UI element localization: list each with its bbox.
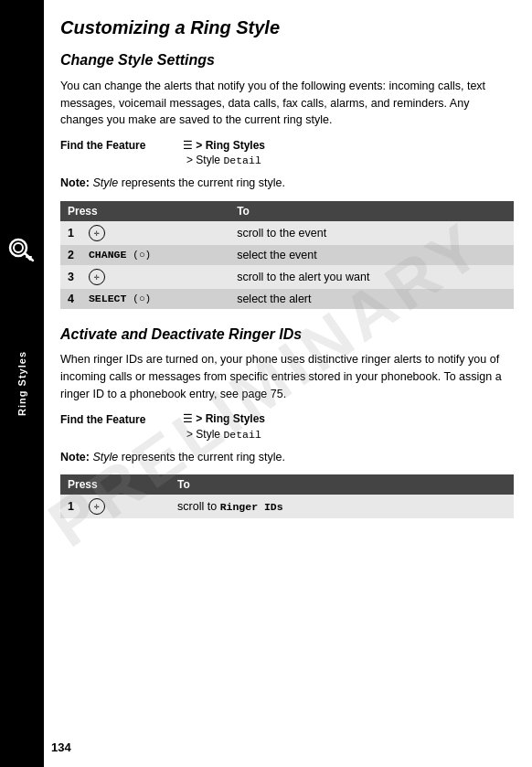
t2-row1-action: scroll to Ringer IDs [170,495,514,518]
row2-num: 2 [60,245,81,265]
table-row: 1 ✛ scroll to the event [60,221,514,245]
table2-col2-header: To [170,474,514,495]
svg-line-3 [28,258,30,260]
row4-num: 4 [60,289,81,309]
nav-key-1: ✛ [89,225,105,241]
section2-title: Activate and Deactivate Ringer IDs [60,325,514,345]
row1-key: ✛ [81,221,229,245]
page-title: Customizing a Ring Style [60,16,514,38]
main-content: Customizing a Ring Style Change Style Se… [44,0,532,767]
table2-col1-header: Press [60,474,170,495]
row2-action: select the event [229,245,514,265]
find-feature-2-label-line: Find the Feature ☰ > Ring Styles [60,412,265,426]
find-feature-2: Find the Feature ☰ > Ring Styles > Style… [60,412,514,441]
page-number: 134 [51,740,71,754]
find-feature-1-label-line: Find the Feature ☰ > Ring Styles [60,138,265,152]
page-wrapper: Ring Styles Customizing a Ring Style Cha… [0,0,532,767]
find-feature-2-menu: ☰ > Ring Styles [183,412,265,425]
find-feature-1-menu: ☰ > Ring Styles [183,139,265,152]
row4-action: select the alert [229,289,514,309]
func-key-change: CHANGE [89,249,126,261]
row3-num: 3 [60,265,81,289]
t2-row1-key: ✛ [81,495,170,518]
find-feature-2-content: Find the Feature ☰ > Ring Styles > Style… [60,412,265,441]
find-feature-1-path2: > Style Detail [186,154,265,166]
note1-prefix: Note: [60,176,90,189]
row3-key: ✛ [81,265,229,289]
section2-body: When ringer IDs are turned on, your phon… [60,351,514,402]
table-row: 2 CHANGE (○) select the event [60,245,514,265]
section1-note: Note: Style represents the current ring … [60,176,514,192]
svg-point-1 [14,243,23,252]
nav-key-3: ✛ [89,269,105,285]
note2-suffix: represents the current ring style. [122,451,285,463]
key-icon [7,233,37,266]
sidebar-label: Ring Styles [16,351,27,416]
press-table-2: Press To 1 ✛ scroll to Ringer IDs [60,474,514,518]
ringer-ids-text: Ringer IDs [220,501,283,513]
table2-header-row: Press To [60,474,514,495]
section1-title: Change Style Settings [60,51,514,70]
section2-note: Note: Style represents the current ring … [60,450,514,466]
find-feature-1-content: Find the Feature ☰ > Ring Styles > Style… [60,138,265,166]
find-feature-2-path2-text: > Style Detail [186,428,261,441]
note2-italic: Style [92,451,118,463]
table-row: 1 ✛ scroll to Ringer IDs [60,495,514,518]
table1-col1-header: Press [60,201,229,221]
nav-key-t2-1: ✛ [89,498,105,515]
find-feature-1-path2-text: > Style Detail [186,154,261,166]
find-feature-1-label: Find the Feature [60,138,179,152]
find-feature-2-path2: > Style Detail [186,428,265,441]
row2-key: CHANGE (○) [81,245,229,265]
find-feature-1: Find the Feature ☰ > Ring Styles > Style… [60,138,514,166]
note1-italic: Style [92,176,118,189]
press-table-1: Press To 1 ✛ scroll to the event 2 CHANG… [60,201,514,309]
table1-col2-header: To [229,201,514,221]
table-row: 3 ✛ scroll to the alert you want [60,265,514,289]
note1-suffix: represents the current ring style. [122,176,285,189]
row4-key: SELECT (○) [81,289,229,309]
t2-row1-num: 1 [60,495,81,518]
row1-num: 1 [60,221,81,245]
row1-action: scroll to the event [229,221,514,245]
note2-prefix: Note: [60,451,90,463]
find-feature-2-label: Find the Feature [60,412,179,426]
row3-action: scroll to the alert you want [229,265,514,289]
table-row: 4 SELECT (○) select the alert [60,289,514,309]
func-key-select: SELECT [89,293,126,304]
table1-header-row: Press To [60,201,514,221]
section1-body: You can change the alerts that notify yo… [60,78,514,129]
sidebar: Ring Styles [0,0,44,767]
